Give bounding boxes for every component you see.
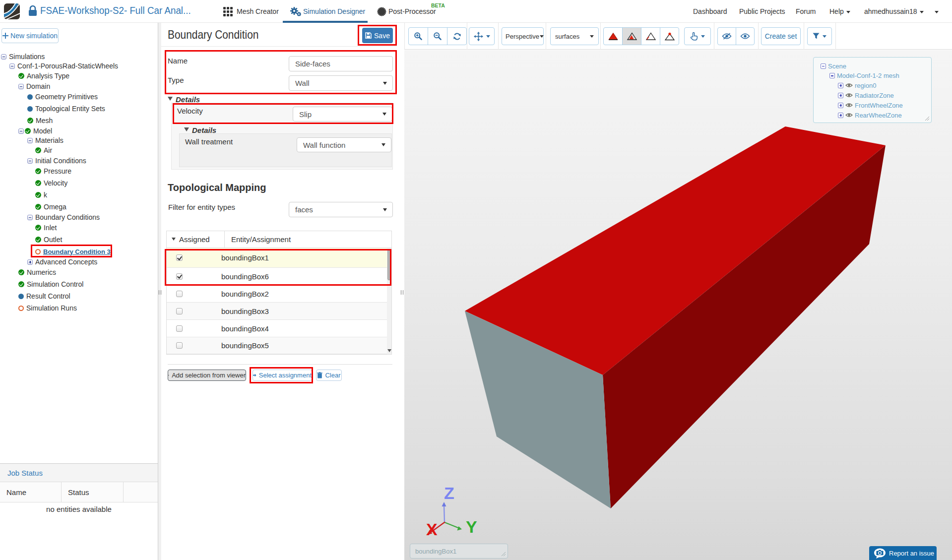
svg-text:Y: Y bbox=[466, 517, 477, 536]
svg-text:X: X bbox=[426, 520, 438, 539]
svg-text:Z: Z bbox=[444, 484, 454, 502]
